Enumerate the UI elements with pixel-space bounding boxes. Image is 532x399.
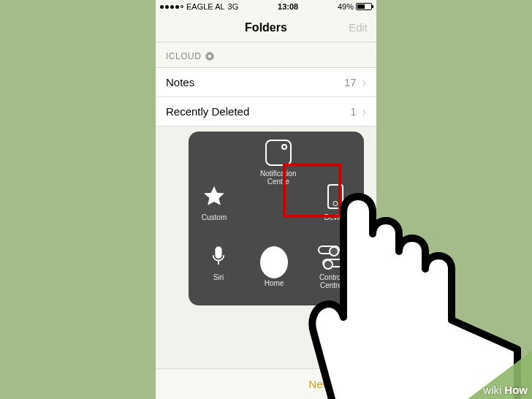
chevron-right-icon: › (362, 105, 366, 118)
loading-spinner-icon (205, 52, 214, 61)
assistive-item-control[interactable]: ControlCentre (317, 243, 345, 289)
folder-label: Recently Deleted (166, 105, 249, 118)
signal-dots-icon (160, 5, 183, 9)
battery-percent: 49% (338, 2, 354, 11)
nav-bar: Folders Edit (156, 13, 376, 42)
chevron-right-icon: › (362, 76, 366, 89)
new-folder-button[interactable]: New Folder (308, 378, 365, 390)
section-header-icloud: ICLOUD (156, 42, 376, 68)
battery-icon (356, 3, 372, 10)
watermark: wikiHow (483, 384, 528, 396)
network-label: 3G (228, 2, 239, 11)
highlight-box (283, 164, 341, 218)
notification-icon (265, 139, 292, 167)
page-title: Folders (245, 21, 287, 34)
home-button-icon (260, 248, 288, 276)
folder-count: 17 (344, 76, 357, 88)
clock: 13:08 (278, 2, 298, 11)
carrier-label: EAGLE AL (186, 2, 225, 11)
assistive-item-siri[interactable]: Siri (205, 243, 232, 281)
status-bar: EAGLE AL 3G 13:08 49% (156, 0, 376, 13)
bottom-toolbar: New Folder (156, 368, 376, 399)
icloud-label: ICLOUD (166, 51, 201, 61)
assistive-touch-menu: NotificationCentre Custom Device Siri Co… (189, 132, 364, 305)
folder-row-notes[interactable]: Notes 17 › (156, 68, 376, 97)
svg-rect-0 (216, 247, 221, 258)
edit-button[interactable]: Edit (349, 21, 368, 34)
assistive-item-custom[interactable]: Custom (200, 183, 228, 221)
microphone-icon (205, 243, 232, 270)
folder-label: Notes (166, 76, 194, 88)
folder-row-recently-deleted[interactable]: Recently Deleted 1 › (156, 97, 376, 126)
star-icon (200, 183, 228, 210)
assistive-item-home[interactable]: Home (260, 248, 288, 287)
toggles-icon (317, 243, 345, 270)
folder-count: 1 (350, 105, 356, 118)
